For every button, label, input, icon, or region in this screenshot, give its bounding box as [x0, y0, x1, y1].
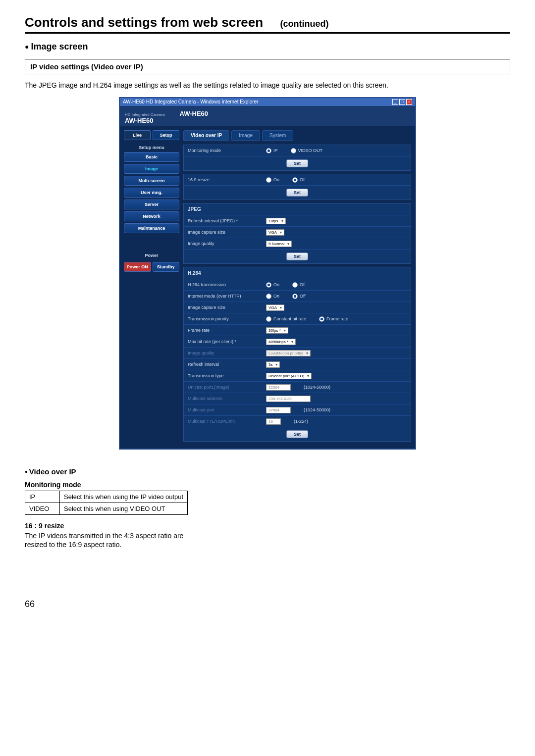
sidebar-item-multiscreen[interactable]: Multi-screen — [124, 176, 179, 186]
close-icon[interactable]: × — [406, 99, 412, 105]
jpeg-panel: JPEG Refresh interval (JPEG) *10fps Imag… — [183, 203, 411, 264]
h264-prio-cbr-radio[interactable]: Constant bit rate — [266, 316, 306, 322]
h264-trans-label: H.264 transmission — [184, 279, 263, 290]
h264-capsize-select[interactable]: VGA — [266, 304, 284, 311]
jpeg-set-button[interactable]: Set — [286, 252, 308, 260]
h264-mttl-range: (1-254) — [294, 419, 308, 424]
standby-button[interactable]: Standby — [153, 262, 180, 272]
h264-ttype-select[interactable]: Unicast port (AUTO) — [266, 373, 312, 379]
h264-uport-input[interactable]: 32004 — [266, 384, 291, 391]
jpeg-capsize-label: Image capture size — [184, 227, 263, 238]
h264-maddr-label: Multicast address — [184, 393, 263, 404]
h264-set-button[interactable]: Set — [286, 430, 308, 438]
h264-iq-select: Low(Motion priority) — [266, 350, 311, 356]
resize-set-button[interactable]: Set — [286, 189, 308, 197]
doc-resize-line1: The IP videos transmitted in the 4:3 asp… — [25, 532, 233, 540]
jpeg-refresh-label: Refresh interval (JPEG) * — [184, 215, 263, 226]
brand-subtext: HD Integrated Camera — [125, 112, 164, 117]
section-header: Image screen — [25, 42, 510, 52]
resize-off-radio[interactable]: Off — [292, 177, 306, 183]
table-cell-ip: IP — [25, 491, 60, 503]
h264-inet-label: Internet mode (over HTTP) — [184, 291, 263, 302]
resize-panel: 16:9 resize On Off Set — [183, 174, 411, 200]
window-title: AW-HE60 HD Integrated Camera - Windows I… — [123, 99, 258, 105]
h264-trans-on-radio[interactable]: On — [266, 282, 279, 288]
sidebar-menu-label: Setup menu — [124, 145, 179, 150]
h264-frate-select[interactable]: 30fps * — [266, 327, 288, 334]
maximize-icon[interactable]: □ — [399, 99, 405, 105]
main-panel: Video over IP Image System Monitoring mo… — [183, 130, 411, 445]
h264-mport-input[interactable]: 37004 — [266, 407, 291, 413]
sidebar-item-maintenance[interactable]: Maintenance — [124, 223, 179, 233]
minimize-icon[interactable]: _ — [392, 99, 398, 105]
window-titlebar: AW-HE60 HD Integrated Camera - Windows I… — [120, 98, 415, 106]
title-rule — [25, 32, 510, 34]
doc-resize-header: 16 : 9 resize — [25, 522, 233, 530]
h264-capsize-label: Image capture size — [184, 302, 263, 313]
jpeg-capsize-select[interactable]: VGA — [266, 229, 284, 236]
monitoring-ip-radio[interactable]: IP — [266, 148, 278, 153]
sidebar-item-network[interactable]: Network — [124, 211, 179, 221]
h264-mport-range: (1024-50000) — [304, 407, 330, 412]
h264-maxbit-label: Max bit rate (per client) * — [184, 336, 263, 347]
table-cell-ip-desc: Select this when using the IP video outp… — [60, 491, 188, 503]
h264-mttl-input[interactable]: 16 — [266, 418, 281, 425]
tab-live[interactable]: Live — [124, 130, 151, 140]
h264-ttype-label: Transmission type — [184, 370, 263, 381]
monitoring-panel: Monitoring mode IP VIDEO OUT Set — [183, 145, 411, 171]
h264-prio-frate-radio[interactable]: Frame rate — [319, 316, 348, 322]
h264-mport-label: Multicast port — [184, 404, 263, 415]
resize-label: 16:9 resize — [184, 174, 263, 185]
h264-mttl-label: Multicast TTL/HOPLimit — [184, 416, 263, 427]
doc-monitoring-header: Monitoring mode — [25, 481, 233, 489]
h264-refint-label: Refresh interval — [184, 359, 263, 370]
sidebar: Live Setup Setup menu Basic Image Multi-… — [124, 130, 179, 445]
sidebar-item-basic[interactable]: Basic — [124, 152, 179, 162]
power-label: Power — [124, 253, 179, 258]
h264-iq-label: Image quality — [184, 348, 263, 358]
table-cell-video-desc: Select this when using VIDEO OUT — [60, 503, 188, 515]
monitoring-videoout-radio[interactable]: VIDEO OUT — [291, 148, 323, 153]
h264-trans-off-radio[interactable]: Off — [292, 282, 306, 288]
h264-maxbit-select[interactable]: 4096kbps * — [266, 339, 296, 345]
app-header: HD Integrated Camera AW-HE60 AW-HE60 — [120, 106, 415, 126]
window-controls: _ □ × — [392, 99, 412, 105]
tab-video-over-ip[interactable]: Video over IP — [183, 130, 229, 141]
power-on-button[interactable]: Power ON — [124, 262, 151, 272]
page-title: Controls and settings from web screen — [25, 15, 263, 30]
doc-voip-header: Video over IP — [25, 467, 233, 476]
tab-image[interactable]: Image — [231, 130, 260, 141]
h264-uport-range: (1024-50000) — [304, 385, 330, 390]
resize-on-radio[interactable]: On — [266, 177, 279, 183]
tab-system[interactable]: System — [262, 130, 293, 141]
h264-panel: H.264 H.264 transmissionOnOff Internet m… — [183, 267, 411, 442]
intro-text: The JPEG image and H.264 image settings … — [25, 81, 510, 89]
jpeg-quality-select[interactable]: 5 Normal — [266, 241, 292, 247]
monitoring-mode-table: IPSelect this when using the IP video ou… — [25, 491, 188, 515]
jpeg-header: JPEG — [184, 203, 263, 215]
brand-text: AW-HE60 — [125, 117, 154, 124]
doc-resize-line2: resized to the 16:9 aspect ratio. — [25, 541, 233, 549]
h264-inet-on-radio[interactable]: On — [266, 294, 279, 299]
h264-maddr-input[interactable]: 239.192.0.20 — [266, 396, 311, 402]
table-cell-video: VIDEO — [25, 503, 60, 515]
sidebar-item-server[interactable]: Server — [124, 200, 179, 209]
h264-uport-label: Unicast port1(Image) — [184, 382, 263, 393]
h264-prio-label: Transmission priority — [184, 313, 263, 324]
header-model: AW-HE60 — [179, 110, 208, 117]
subsection-header: IP video settings (Video over IP) — [25, 59, 510, 74]
monitoring-set-button[interactable]: Set — [286, 159, 308, 167]
sidebar-item-image[interactable]: Image — [124, 164, 179, 174]
tab-setup[interactable]: Setup — [153, 130, 179, 140]
sidebar-item-usermng[interactable]: User mng. — [124, 188, 179, 198]
continued-label: (continued) — [280, 19, 329, 29]
jpeg-quality-label: Image quality — [184, 238, 263, 249]
browser-screenshot: AW-HE60 HD Integrated Camera - Windows I… — [119, 97, 416, 450]
h264-frate-label: Frame rate — [184, 325, 263, 336]
h264-inet-off-radio[interactable]: Off — [292, 294, 306, 299]
jpeg-refresh-select[interactable]: 10fps — [266, 218, 286, 224]
monitoring-label: Monitoring mode — [184, 145, 263, 156]
h264-header: H.264 — [184, 267, 263, 279]
h264-refint-select[interactable]: 3s — [266, 361, 280, 368]
